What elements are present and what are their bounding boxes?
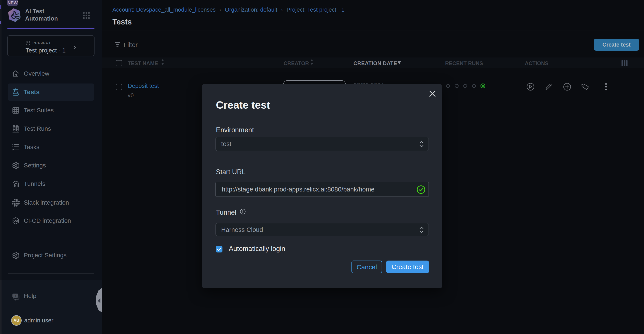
svg-text:?: ? <box>14 294 16 297</box>
